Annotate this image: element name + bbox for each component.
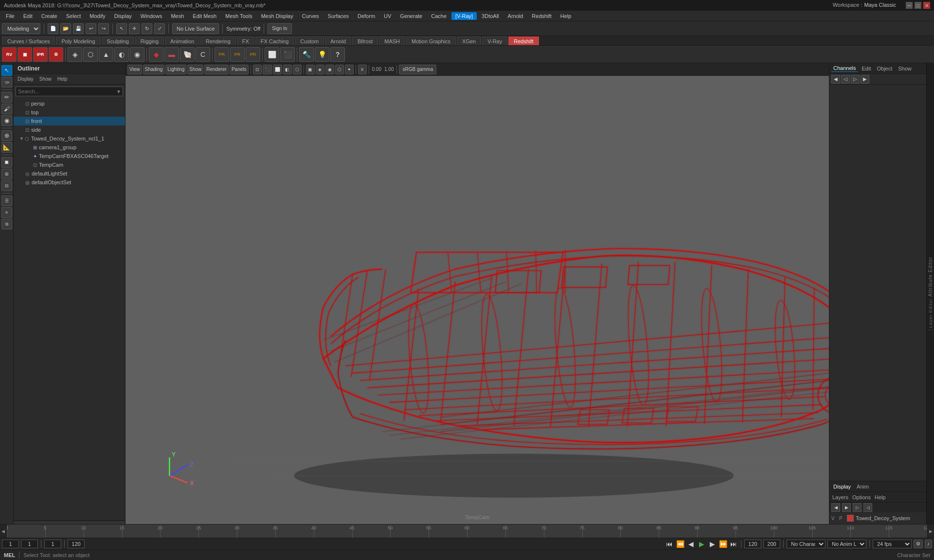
shelf-icon-mat5[interactable]: ◉ [130, 47, 144, 62]
shelf-icon-rv[interactable]: RV [2, 47, 17, 62]
menu-uv[interactable]: UV [380, 12, 395, 20]
shelf-icon-obj2[interactable]: ▬ [164, 47, 179, 62]
menu-display[interactable]: Display [110, 12, 136, 20]
menu-mesh[interactable]: Mesh [167, 12, 188, 20]
open-btn[interactable]: 📂 [60, 23, 71, 34]
layer-tool[interactable]: ⧉ [1, 219, 12, 229]
shelf-tab-arnold[interactable]: Arnold [325, 36, 351, 45]
vp-shading2-btn[interactable]: ◈ [316, 65, 324, 74]
outliner-item-persp[interactable]: ⊡ persp [14, 99, 125, 108]
shelf-tab-poly[interactable]: Poly Modeling [56, 36, 100, 45]
rp-layer-icon-3[interactable]: ▷ [853, 503, 862, 512]
shelf-icon-ipr2[interactable]: IPR [33, 47, 48, 62]
timeline-scroll-right[interactable]: ▶ [927, 525, 934, 538]
vp-shading4-btn[interactable]: ⬡ [335, 65, 344, 74]
undo-btn[interactable]: ↩ [86, 23, 96, 34]
bt-audio-btn[interactable]: ♪ [925, 540, 932, 548]
lasso-tool[interactable]: ⤼ [1, 77, 12, 88]
outliner-help-btn[interactable]: Help [55, 76, 70, 82]
shelf-tab-vray[interactable]: V-Ray [482, 36, 507, 45]
vp-layout4-btn[interactable]: ⬡ [293, 65, 302, 74]
frame-current-input[interactable] [21, 540, 38, 548]
workspace-dropdown[interactable]: Modeling [2, 23, 40, 34]
menu-generate[interactable]: Generate [396, 12, 426, 20]
vp-menu-renderer[interactable]: Renderer [204, 65, 229, 74]
prev-frame-btn[interactable]: ⏪ [676, 540, 684, 548]
outliner-item-default-lightset[interactable]: ◎ defaultLightSet [14, 169, 125, 178]
outliner-item-front[interactable]: ⊡ front [14, 117, 125, 125]
menu-cache[interactable]: Cache [427, 12, 450, 20]
shelf-tab-redshift[interactable]: Redshift [508, 36, 539, 45]
menu-windows[interactable]: Windows [137, 12, 166, 20]
frame-start-input[interactable] [2, 540, 19, 548]
shelf-tab-custom[interactable]: Custom [295, 36, 324, 45]
timeline-scroll-left[interactable]: ◀ [0, 525, 7, 538]
viewport-canvas[interactable]: Z X Y TempCam [126, 76, 829, 524]
shelf-tab-fx-caching[interactable]: FX Caching [255, 36, 294, 45]
shelf-icon-mat4[interactable]: ◐ [114, 47, 129, 62]
shelf-tab-curves[interactable]: Curves / Surfaces [2, 36, 55, 45]
menu-mesh-display[interactable]: Mesh Display [257, 12, 297, 20]
grid-tool[interactable]: ⊞ [1, 169, 12, 179]
redo-btn[interactable]: ↪ [98, 23, 109, 34]
shelf-icon-pr1[interactable]: PR [215, 47, 229, 62]
rp-layers-btn[interactable]: Layers [831, 494, 849, 500]
shelf-icon-mat2[interactable]: ⬡ [83, 47, 98, 62]
shelf-icon-mat1[interactable]: ◈ [68, 47, 82, 62]
shelf-icon-mat3[interactable]: ▲ [99, 47, 113, 62]
shelf-icon-ipr1[interactable]: ▣ [18, 47, 32, 62]
vp-menu-view[interactable]: View [127, 65, 142, 74]
attr-layer-tab[interactable]: Layer Editor [927, 297, 934, 331]
rotate-tool-btn[interactable]: ↻ [142, 23, 152, 34]
shelf-icon-disp2[interactable]: ⬛ [280, 47, 295, 62]
menu-redshift[interactable]: Redshift [528, 12, 555, 20]
outliner-item-towed-decoy[interactable]: ▼ ⬡ Towed_Decoy_System_ncl1_1 [14, 134, 125, 143]
vp-camera-btn[interactable]: ⊡ [253, 65, 262, 74]
layout-tool[interactable]: ⊟ [1, 180, 12, 191]
vp-gamma-btn[interactable]: sRGB gamma [399, 65, 436, 74]
menu-modify[interactable]: Modify [86, 12, 109, 20]
vp-menu-shading[interactable]: Shading [143, 65, 165, 74]
vp-layout2-btn[interactable]: ⬜ [273, 65, 282, 74]
brush-tool[interactable]: 🖌 [1, 104, 12, 114]
channel-tool[interactable]: ≡ [1, 207, 12, 218]
outliner-search-input[interactable] [16, 87, 123, 96]
shelf-icon-obj4[interactable]: C [196, 47, 210, 62]
move-tool-btn[interactable]: ✛ [129, 23, 140, 34]
save-btn[interactable]: 💾 [73, 23, 84, 34]
shelf-icon-pr2[interactable]: PR [230, 47, 245, 62]
outliner-show-btn[interactable]: Show [37, 76, 54, 82]
rp-tab-channels[interactable]: Channels [831, 65, 858, 72]
shelf-tab-rigging[interactable]: Rigging [135, 36, 164, 45]
menu-curves[interactable]: Curves [298, 12, 323, 20]
no-character-set-select[interactable]: No Character Set [787, 540, 826, 548]
rp-tab-edit[interactable]: Edit [860, 65, 873, 72]
outliner-scrollbar-h[interactable] [14, 520, 125, 524]
vp-shading5-btn[interactable]: ✦ [345, 65, 354, 74]
vp-layout3-btn[interactable]: ◧ [283, 65, 292, 74]
rp-layer-icon-1[interactable]: ◀ [831, 503, 840, 512]
play-btn[interactable]: ▶ [697, 540, 706, 548]
rp-icon-4[interactable]: ▶ [861, 75, 869, 84]
prev-key-btn[interactable]: ◀ [686, 540, 695, 548]
menu-create[interactable]: Create [37, 12, 61, 20]
outliner-item-camera-group[interactable]: ⊞ camera1_group [14, 143, 125, 152]
next-frame-btn[interactable]: ⏩ [718, 540, 727, 548]
rp-help-btn[interactable]: Help [874, 494, 887, 500]
rp-tab-show[interactable]: Show [896, 65, 914, 72]
outliner-display-btn[interactable]: Display [16, 76, 36, 82]
scale-tool-btn[interactable]: ⤢ [154, 23, 165, 34]
rp-tab-anim[interactable]: Anim [855, 483, 871, 490]
menu-help[interactable]: Help [557, 12, 575, 20]
vp-shading1-btn[interactable]: ▣ [306, 65, 315, 74]
outliner-item-tempcam[interactable]: ⊡ TempCam [14, 160, 125, 169]
select-tool-btn[interactable]: ↖ [116, 23, 127, 34]
no-anim-layer-select[interactable]: No Anim Layer [827, 540, 866, 548]
fps-select[interactable]: 24 fps [873, 540, 912, 548]
close-button[interactable]: ✕ [923, 2, 930, 9]
vp-menu-lighting[interactable]: Lighting [165, 65, 186, 74]
outliner-item-side[interactable]: ⊡ side [14, 125, 125, 134]
display-tool[interactable]: 🔲 [1, 157, 12, 168]
list-tool[interactable]: ☰ [1, 195, 12, 206]
menu-edit-mesh[interactable]: Edit Mesh [189, 12, 220, 20]
